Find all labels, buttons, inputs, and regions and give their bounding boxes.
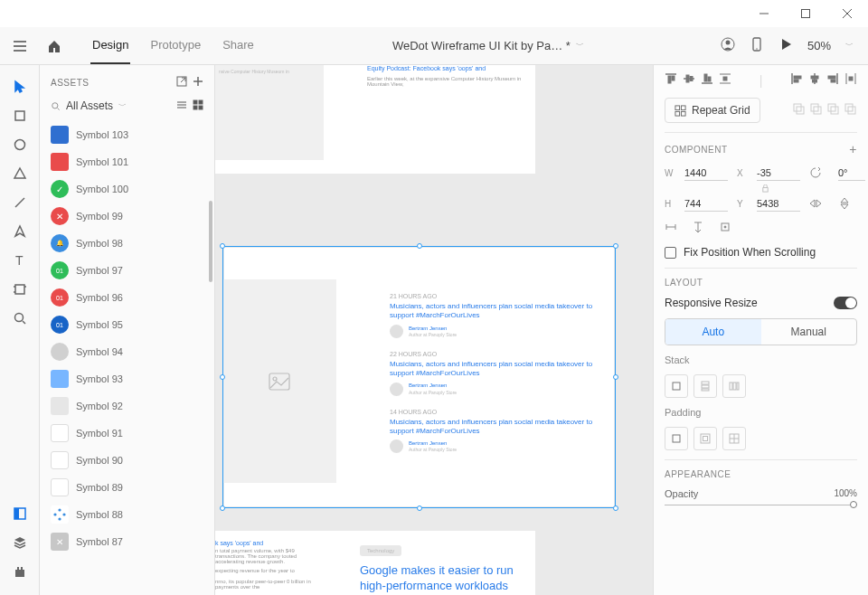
align-bottom-icon[interactable] [701, 72, 713, 89]
selection-handle[interactable] [220, 505, 225, 511]
resize-auto-button[interactable]: Auto [665, 319, 761, 345]
plugins-toggle[interactable] [6, 557, 33, 586]
rotate-icon[interactable] [809, 166, 831, 181]
scroll-horizontal-icon[interactable] [665, 221, 677, 237]
align-top-icon[interactable] [665, 72, 677, 89]
stack-horizontal-button[interactable] [722, 374, 746, 398]
asset-item[interactable]: Symbol 90 [49, 447, 205, 474]
selection-handle[interactable] [613, 374, 618, 380]
zoom-tool[interactable] [6, 304, 33, 333]
artboard-tool[interactable] [6, 275, 33, 304]
assets-filter-label: All Assets [66, 99, 113, 112]
document-title[interactable]: WeDot Wireframe UI Kit by Pa… * ﹀ [256, 39, 721, 52]
align-right-icon[interactable] [826, 72, 839, 89]
distribute-h-icon[interactable] [844, 72, 857, 89]
rectangle-tool[interactable] [6, 101, 33, 130]
intersect-op-icon[interactable] [826, 102, 840, 119]
tab-share[interactable]: Share [221, 27, 256, 64]
ellipse-tool[interactable] [6, 130, 33, 159]
asset-item[interactable]: Symbol 89 [49, 474, 205, 501]
fix-position-checkbox[interactable] [665, 247, 676, 259]
resize-mode-segment[interactable]: Auto Manual [665, 318, 857, 345]
selection-box[interactable] [222, 246, 616, 508]
selection-handle[interactable] [220, 243, 225, 249]
line-tool[interactable] [6, 188, 33, 217]
responsive-resize-toggle[interactable] [834, 297, 857, 309]
play-button[interactable] [778, 37, 793, 55]
asset-item[interactable]: 01Symbol 96 [49, 284, 205, 311]
asset-item[interactable]: Symbol 92 [49, 392, 205, 420]
canvas[interactable]: nsive Computer History Museum in Equity … [215, 65, 653, 595]
padding-separate-button[interactable] [693, 427, 717, 450]
asset-item[interactable]: Symbol 91 [49, 420, 205, 447]
tab-design[interactable]: Design [90, 27, 130, 64]
tab-prototype[interactable]: Prototype [148, 27, 203, 64]
asset-item[interactable]: Symbol 88 [49, 501, 205, 528]
selection-handle[interactable] [613, 505, 618, 511]
padding-same-button[interactable] [665, 427, 688, 450]
pen-tool[interactable] [6, 217, 33, 246]
align-left-icon[interactable] [790, 72, 803, 89]
profile-icon[interactable] [721, 37, 735, 55]
asset-item[interactable]: Symbol 93 [49, 365, 205, 392]
chevron-down-icon[interactable]: ﹀ [845, 40, 854, 52]
selection-handle[interactable] [417, 243, 422, 249]
padding-detail-button[interactable] [722, 427, 746, 450]
text-tool[interactable]: T [6, 246, 33, 275]
height-input[interactable] [684, 196, 728, 212]
asset-item[interactable]: Symbol 94 [49, 338, 205, 365]
opacity-slider[interactable]: 100% [665, 501, 857, 508]
asset-item[interactable]: ✓Symbol 100 [49, 175, 205, 203]
asset-item[interactable]: ✕Symbol 99 [49, 203, 205, 230]
asset-item[interactable]: ✕Symbol 87 [49, 528, 205, 555]
selection-handle[interactable] [220, 374, 225, 380]
scroll-vertical-icon[interactable] [692, 221, 704, 237]
home-button[interactable] [38, 39, 71, 53]
artboard[interactable]: nsive Computer History Museum in Equity … [215, 65, 535, 174]
exclude-op-icon[interactable] [844, 102, 857, 119]
link-assets-icon[interactable] [176, 74, 187, 90]
artboard[interactable]: k says 'oops' and n total payment volume… [215, 531, 535, 595]
selection-handle[interactable] [613, 243, 618, 249]
width-input[interactable] [684, 165, 728, 181]
scroll-both-icon[interactable] [719, 221, 731, 237]
add-asset-icon[interactable] [193, 74, 203, 90]
asset-item[interactable]: Symbol 101 [49, 148, 205, 175]
layers-toggle[interactable] [6, 528, 33, 557]
resize-manual-button[interactable]: Manual [761, 319, 857, 345]
assets-toggle[interactable] [6, 499, 33, 528]
stack-vertical-button[interactable] [693, 374, 717, 398]
asset-item[interactable]: 01Symbol 97 [49, 257, 205, 284]
window-maximize-button[interactable] [785, 0, 826, 27]
select-tool[interactable] [6, 72, 33, 101]
scrollbar-thumb[interactable] [209, 201, 212, 282]
asset-item[interactable]: Symbol 103 [49, 121, 205, 148]
zoom-value[interactable]: 50% [807, 39, 831, 52]
add-op-icon[interactable] [792, 102, 806, 119]
align-vcenter-icon[interactable] [683, 72, 695, 89]
distribute-v-icon[interactable] [719, 72, 731, 89]
y-input[interactable] [757, 196, 800, 212]
assets-search[interactable]: All Assets ﹀ [51, 99, 127, 112]
list-view-icon[interactable] [176, 98, 187, 114]
flip-h-icon[interactable] [809, 197, 831, 212]
subtract-op-icon[interactable] [809, 102, 823, 119]
align-hcenter-icon[interactable] [808, 72, 821, 89]
stack-none-button[interactable] [665, 374, 688, 398]
assets-list[interactable]: Symbol 103Symbol 101✓Symbol 100✕Symbol 9… [40, 121, 214, 595]
grid-view-icon[interactable] [193, 98, 203, 114]
lock-icon[interactable] [761, 184, 769, 193]
window-close-button[interactable] [826, 0, 868, 27]
selection-handle[interactable] [417, 505, 422, 511]
rotation-input[interactable] [838, 165, 865, 181]
menu-button[interactable] [5, 38, 34, 54]
asset-item[interactable]: 🔔Symbol 98 [49, 230, 205, 257]
window-minimize-button[interactable] [743, 0, 785, 27]
repeat-grid-button[interactable]: Repeat Grid [665, 98, 760, 123]
add-component-button[interactable]: + [849, 142, 857, 156]
flip-v-icon[interactable] [838, 197, 865, 212]
asset-item[interactable]: 01Symbol 95 [49, 311, 205, 338]
polygon-tool[interactable] [6, 159, 33, 188]
device-preview-icon[interactable] [750, 37, 764, 55]
x-input[interactable] [757, 165, 800, 181]
